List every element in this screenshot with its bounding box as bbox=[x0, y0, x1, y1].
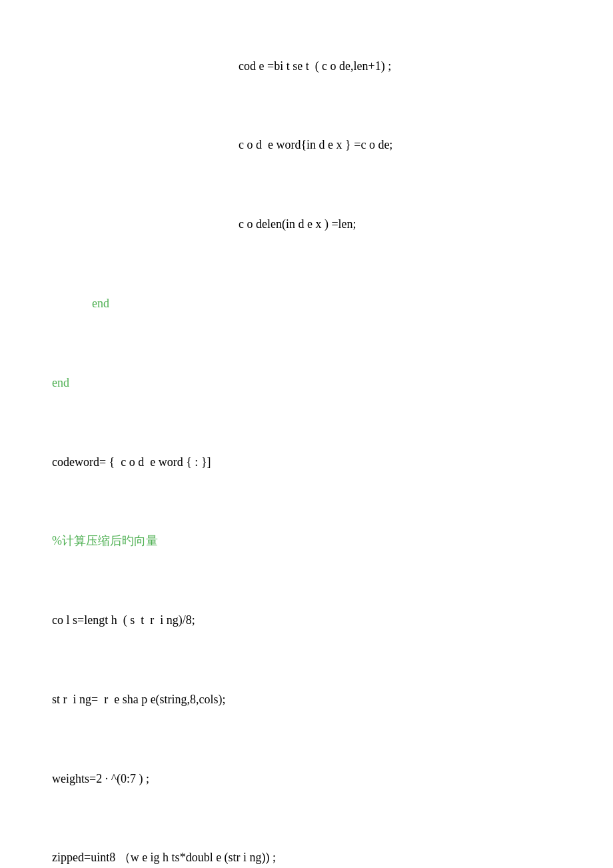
code-line-6: codeword= { c o d e word { : }] bbox=[40, 423, 573, 502]
code-line-3: c o delen(in d e x ) =len; bbox=[40, 185, 573, 265]
code-text-6: codeword= { c o d e word { : }] bbox=[52, 455, 211, 469]
code-text-11: zipped=uint8 （w e ig h ts*doubl e (str i… bbox=[52, 851, 276, 864]
code-line-1: cod e =bi t se t ( c o de,len+1) ; bbox=[40, 27, 573, 106]
code-text-1: cod e =bi t se t ( c o de,len+1) ; bbox=[239, 59, 391, 73]
code-line-11: zipped=uint8 （w e ig h ts*doubl e (str i… bbox=[40, 819, 573, 868]
code-text-4: end bbox=[92, 297, 109, 310]
code-line-7: %计算压缩后旳向量 bbox=[40, 502, 573, 581]
code-text-9: st r i ng= r e sha p e(string,8,cols); bbox=[52, 693, 226, 706]
code-text-3: c o delen(in d e x ) =len; bbox=[239, 217, 356, 231]
code-text-2: c o d e word{in d e x } =c o de; bbox=[239, 138, 392, 151]
code-text-10: weights=2 · ^(0:7 ) ; bbox=[52, 772, 149, 785]
code-line-2: c o d e word{in d e x } =c o de; bbox=[40, 106, 573, 185]
code-line-9: st r i ng= r e sha p e(string,8,cols); bbox=[40, 660, 573, 739]
code-block: cod e =bi t se t ( c o de,len+1) ; c o d… bbox=[40, 27, 573, 868]
code-text-5: end bbox=[52, 376, 69, 389]
code-text-7: %计算压缩后旳向量 bbox=[52, 534, 158, 547]
code-line-4: end bbox=[40, 264, 573, 343]
code-text-8: co l s=lengt h ( s t r i ng)/8; bbox=[52, 613, 195, 627]
code-line-10: weights=2 · ^(0:7 ) ; bbox=[40, 739, 573, 819]
code-line-5: end bbox=[40, 343, 573, 423]
code-line-8: co l s=lengt h ( s t r i ng)/8; bbox=[40, 581, 573, 660]
